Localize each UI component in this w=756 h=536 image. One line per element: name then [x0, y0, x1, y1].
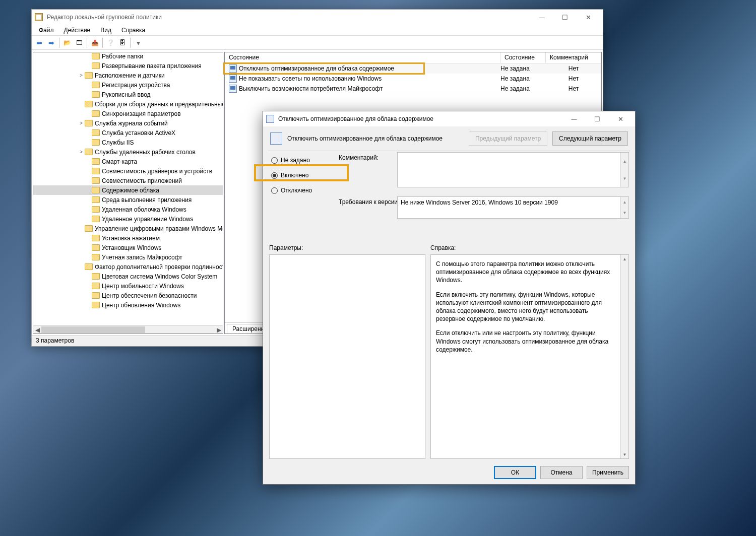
scroll-right-icon[interactable]: ▶	[215, 326, 223, 333]
folder-icon	[92, 91, 100, 98]
tree-item[interactable]: Совместимость приложений	[33, 176, 223, 185]
tree-item[interactable]: Развертывание пакета приложения	[33, 61, 223, 71]
comment-input[interactable]: ▲▼	[397, 152, 629, 187]
tree-label: Службы IIS	[102, 139, 134, 146]
tree-item[interactable]: Установщик Windows	[33, 243, 223, 252]
scroll-down-icon[interactable]: ▼	[621, 450, 628, 458]
radio-label: Не задано	[281, 157, 310, 164]
cancel-button[interactable]: Отмена	[540, 466, 583, 479]
expand-icon[interactable]: >	[78, 149, 85, 155]
tree-item[interactable]: Удаленная оболочка Windows	[33, 205, 223, 214]
dialog-title: Отключить оптимизированное для облака со…	[278, 115, 562, 122]
tree-item[interactable]: Установка нажатием	[33, 233, 223, 243]
row-state: Не задана	[500, 65, 546, 72]
help-scrollbar[interactable]: ▲ ▼	[620, 255, 628, 458]
scroll-up-icon[interactable]: ▲	[620, 153, 628, 170]
scroll-thumb[interactable]	[41, 326, 145, 333]
folder-icon	[85, 149, 93, 155]
show-button[interactable]	[74, 37, 85, 48]
tree-item[interactable]: Управление цифровыми правами Windows Med…	[33, 224, 223, 233]
tree-label: Управление цифровыми правами Windows Med…	[95, 225, 223, 232]
forward-button[interactable]	[46, 37, 57, 48]
column-name[interactable]: Состояние	[225, 52, 500, 63]
column-state[interactable]: Состояние	[500, 52, 546, 63]
dialog-minimize-button[interactable]	[562, 111, 586, 126]
scroll-down-icon[interactable]: ▼	[620, 208, 628, 218]
ok-button[interactable]: ОК	[494, 466, 536, 479]
folder-icon	[92, 129, 100, 136]
next-setting-button[interactable]: Следующий параметр	[552, 131, 628, 146]
tree-item[interactable]: Удаленное управление Windows	[33, 214, 223, 224]
apply-button[interactable]: Применить	[587, 466, 629, 479]
close-button[interactable]	[577, 10, 600, 25]
tree-label: Центр мобильности Windows	[102, 283, 184, 290]
tree-item[interactable]: >Расположение и датчики	[33, 71, 223, 80]
tree-scrollbar[interactable]: ◀ ▶	[33, 325, 223, 333]
tree-item[interactable]: Содержимое облака	[33, 185, 223, 195]
scroll-left-icon[interactable]: ◀	[33, 326, 41, 333]
expand-icon[interactable]: >	[78, 120, 85, 126]
policy-icon	[229, 64, 237, 73]
help-button[interactable]	[105, 37, 116, 48]
export-button[interactable]	[89, 37, 100, 48]
menu-view[interactable]: Вид	[95, 26, 116, 35]
tree-item[interactable]: Центр обновления Windows	[33, 300, 223, 310]
tree-item[interactable]: Центр мобильности Windows	[33, 281, 223, 291]
row-name: Выключить возможности потребителя Майкро…	[239, 85, 500, 92]
menu-file[interactable]: Файл	[34, 26, 59, 35]
back-button[interactable]	[34, 37, 45, 48]
menu-help[interactable]: Справка	[116, 26, 150, 35]
tree-item[interactable]: Совместимость драйверов и устройств	[33, 166, 223, 176]
tree-item[interactable]: >Служба журнала событий	[33, 118, 223, 128]
properties-button[interactable]	[117, 37, 128, 48]
tree-label: Совместимость драйверов и устройств	[102, 168, 212, 175]
requirements-box: Не ниже Windows Server 2016, Windows 10 …	[397, 196, 629, 219]
tree-item[interactable]: Службы IIS	[33, 138, 223, 147]
tree-item[interactable]: Рабочие папки	[33, 52, 223, 61]
toolbar	[32, 36, 603, 50]
tree-item[interactable]: Смарт-карта	[33, 157, 223, 166]
list-row[interactable]: Выключить возможности потребителя Майкро…	[225, 84, 601, 94]
minimize-button[interactable]	[530, 10, 553, 25]
tree-label: Установщик Windows	[102, 244, 161, 251]
tree-item[interactable]: Рукописный ввод	[33, 90, 223, 99]
filter-button[interactable]	[133, 37, 144, 48]
scroll-up-icon[interactable]: ▲	[621, 255, 628, 263]
tree-label: Рукописный ввод	[102, 91, 151, 98]
tree-item[interactable]: Центр обеспечения безопасности	[33, 291, 223, 300]
list-row[interactable]: Не показывать советы по использованию Wi…	[225, 74, 601, 84]
tree[interactable]: Рабочие папкиРазвертывание пакета прилож…	[33, 52, 223, 325]
tree-item[interactable]: Сборки для сбора данных и предварительны…	[33, 99, 223, 109]
tree-item[interactable]: Учетная запись Майкрософт	[33, 252, 223, 262]
tree-label: Удаленное управление Windows	[102, 216, 194, 223]
tree-item[interactable]: Среда выполнения приложения	[33, 195, 223, 205]
dialog-maximize-button[interactable]	[586, 111, 609, 126]
scroll-up-icon[interactable]: ▲	[620, 197, 628, 208]
tree-item[interactable]: Синхронизация параметров	[33, 109, 223, 118]
policy-name: Отключить оптимизированное для облака со…	[287, 135, 443, 142]
folder-icon	[92, 158, 100, 165]
tree-item[interactable]: Регистрация устройства	[33, 80, 223, 90]
folder-icon	[92, 62, 100, 69]
tree-item[interactable]: Цветовая система Windows Color System	[33, 272, 223, 281]
tree-item[interactable]: >Службы удаленных рабочих столов	[33, 147, 223, 157]
folder-icon	[92, 302, 100, 308]
list-row[interactable]: Отключить оптимизированное для облака со…	[225, 63, 601, 74]
tree-label: Расположение и датчики	[95, 72, 165, 79]
scroll-down-icon[interactable]: ▼	[620, 170, 628, 187]
up-button[interactable]	[61, 37, 73, 48]
tree-label: Синхронизация параметров	[102, 110, 181, 117]
radio-label: Отключено	[281, 187, 312, 194]
maximize-button[interactable]	[553, 10, 577, 25]
folder-icon	[92, 53, 100, 59]
column-comment[interactable]: Комментарий	[546, 52, 601, 63]
tree-item[interactable]: Фактор дополнительной проверки подлиннос…	[33, 262, 223, 272]
tree-label: Содержимое облака	[102, 187, 159, 194]
tree-item[interactable]: Служба установки ActiveX	[33, 128, 223, 138]
policy-icon	[229, 85, 237, 93]
dialog-close-button[interactable]	[609, 111, 632, 126]
expand-icon[interactable]: >	[78, 73, 85, 78]
menu-action[interactable]: Действие	[59, 26, 96, 35]
radio-label: Включено	[281, 172, 308, 179]
folder-icon	[92, 216, 100, 222]
